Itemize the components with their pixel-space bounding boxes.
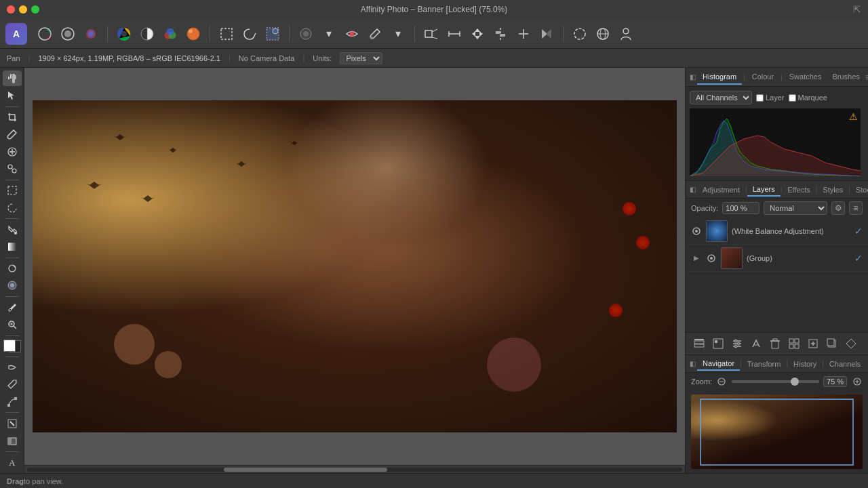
half-circle-icon[interactable] <box>136 23 158 45</box>
layer-checkbox[interactable]: Layer <box>756 94 785 102</box>
zoom-in-button[interactable] <box>851 375 863 388</box>
export-icon[interactable] <box>80 23 102 45</box>
rgb-circles-icon[interactable] <box>159 23 181 45</box>
move-tool-button[interactable] <box>3 87 22 103</box>
clone-brush-icon[interactable] <box>513 23 534 45</box>
layer-adjust-icon[interactable] <box>729 336 745 352</box>
straighten-icon[interactable] <box>443 23 465 45</box>
histogram-panel-menu[interactable]: ≡ <box>865 72 868 83</box>
freehand-selection-tool[interactable] <box>3 200 22 216</box>
erase-tool-button[interactable] <box>3 433 22 449</box>
inpainting-icon[interactable] <box>295 23 317 45</box>
layer-fx-icon[interactable] <box>748 336 764 352</box>
tab-colour[interactable]: Colour <box>747 70 779 85</box>
transform-left-icon[interactable] <box>420 23 442 45</box>
align-icon[interactable] <box>490 23 511 45</box>
layer-pixel-icon[interactable] <box>710 336 726 352</box>
histogram-panel-icon[interactable]: ◧ <box>690 72 696 83</box>
zoom-tool-button[interactable] <box>3 317 22 332</box>
layer-add-icon[interactable] <box>805 336 821 352</box>
tab-effects[interactable]: Effects <box>782 184 815 196</box>
tab-channels[interactable]: Channels <box>824 358 866 370</box>
close-button[interactable] <box>7 5 15 14</box>
marquee-checkbox[interactable]: Marquee <box>789 94 827 102</box>
eyedropper-tool[interactable] <box>3 300 22 315</box>
canvas-container[interactable] <box>24 68 685 465</box>
tab-transform[interactable]: Transform <box>742 358 787 370</box>
layer-visibility-wba[interactable] <box>691 226 702 237</box>
layer-expand-group[interactable]: ▶ <box>691 253 702 264</box>
tab-layers[interactable]: Layers <box>747 183 781 197</box>
tone-mapping-icon[interactable] <box>34 23 56 45</box>
heal-tool-button[interactable] <box>3 144 22 159</box>
minimize-button[interactable] <box>19 5 27 14</box>
affinity-logo[interactable]: A <box>5 23 27 45</box>
foreground-color[interactable] <box>3 340 16 352</box>
globe-icon[interactable] <box>592 23 614 45</box>
pen-tool-button[interactable] <box>3 377 22 392</box>
tab-histogram[interactable]: Histogram <box>697 70 742 85</box>
layers-panel-icon[interactable]: ◧ <box>690 184 696 195</box>
layers-icon-stack[interactable] <box>691 336 707 352</box>
layer-group-icon[interactable] <box>786 336 802 352</box>
portrait-overlay <box>33 100 677 432</box>
channel-select[interactable]: All Channels Red Green Blue <box>690 91 752 104</box>
layer-settings-button[interactable]: ⚙ <box>831 201 845 215</box>
layer-visibility-group[interactable] <box>706 253 717 264</box>
nudge-icon[interactable] <box>467 23 488 45</box>
navigator-panel-icon[interactable]: ◧ <box>690 359 696 369</box>
marquee-rect-tool[interactable] <box>3 183 22 199</box>
develop-icon[interactable] <box>57 23 79 45</box>
scrollbar-thumb[interactable] <box>224 468 388 472</box>
layer-item-wba[interactable]: (White Balance Adjustment) ✓ <box>686 218 868 245</box>
color-wheel-icon[interactable] <box>113 23 135 45</box>
layer-merge-icon[interactable] <box>843 336 859 352</box>
zoom-slider[interactable] <box>732 380 819 383</box>
window-traffic-lights[interactable] <box>7 5 39 14</box>
tab-adjustment[interactable]: Adjustment <box>697 184 745 196</box>
navigator-thumbnail[interactable] <box>691 394 863 469</box>
persona-icon[interactable] <box>615 23 637 45</box>
red-eye-icon[interactable] <box>341 23 363 45</box>
units-select[interactable]: Pixels Inches cm mm <box>340 52 382 64</box>
sphere-icon[interactable] <box>182 23 204 45</box>
zoom-out-button[interactable] <box>716 375 728 388</box>
layer-duplicate-icon[interactable] <box>824 336 840 352</box>
crop-tool-button[interactable] <box>3 109 22 125</box>
blend-mode-select[interactable]: Normal Multiply Screen Overlay <box>764 201 827 215</box>
scrollbar-track[interactable] <box>27 468 682 472</box>
blur-sharpen-tool[interactable] <box>3 278 22 293</box>
tab-stock[interactable]: Stock <box>850 184 868 196</box>
horizontal-scrollbar[interactable] <box>24 465 685 473</box>
rect-marquee-icon[interactable] <box>216 23 237 45</box>
paintbrush-icon[interactable] <box>364 23 386 45</box>
tab-styles[interactable]: Styles <box>817 184 848 196</box>
layer-settings-button-2[interactable]: ≡ <box>849 201 863 215</box>
tab-brushes[interactable]: Brushes <box>827 70 865 85</box>
node-tool-button[interactable] <box>3 394 22 409</box>
clone-tool-button[interactable] <box>3 161 22 176</box>
circle-dash-icon[interactable] <box>569 23 591 45</box>
paint-arrow-icon[interactable]: ▾ <box>387 23 409 45</box>
smudge-tool-button[interactable] <box>3 359 22 375</box>
lasso-icon[interactable] <box>239 23 260 45</box>
tab-navigator[interactable]: Navigator <box>697 357 740 371</box>
brush-stroke-tool[interactable] <box>3 415 22 431</box>
dodge-burn-tool[interactable] <box>3 260 22 276</box>
text-tool-button[interactable]: A <box>3 455 22 470</box>
opacity-input[interactable] <box>722 202 760 214</box>
color-swatches[interactable] <box>3 340 21 352</box>
flood-fill-tool[interactable] <box>3 222 22 237</box>
layer-thumb-wba <box>706 220 728 242</box>
paint-brush-tool-button[interactable] <box>3 127 22 142</box>
gradient-tool-button[interactable] <box>3 239 22 254</box>
selection-brush-icon[interactable] <box>262 23 283 45</box>
layer-item-group[interactable]: ▶ (Group) ✓ <box>686 245 868 272</box>
tab-swatches[interactable]: Swatches <box>784 70 827 85</box>
flip-icon[interactable] <box>536 23 557 45</box>
inpaint-arrow-icon[interactable]: ▾ <box>318 23 340 45</box>
hand-tool-button[interactable] <box>3 70 22 86</box>
layer-delete-icon[interactable] <box>767 336 783 352</box>
tab-history[interactable]: History <box>788 358 822 370</box>
maximize-button[interactable] <box>31 5 39 14</box>
